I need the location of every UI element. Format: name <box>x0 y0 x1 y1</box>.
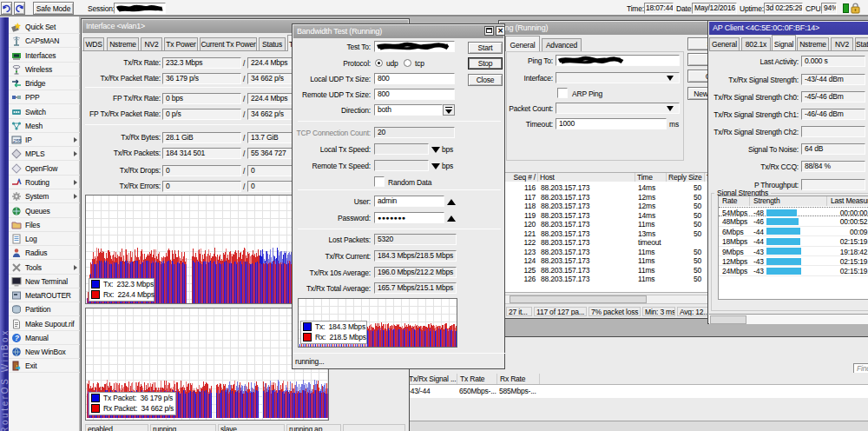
svg-text:255: 255 <box>12 138 22 143</box>
